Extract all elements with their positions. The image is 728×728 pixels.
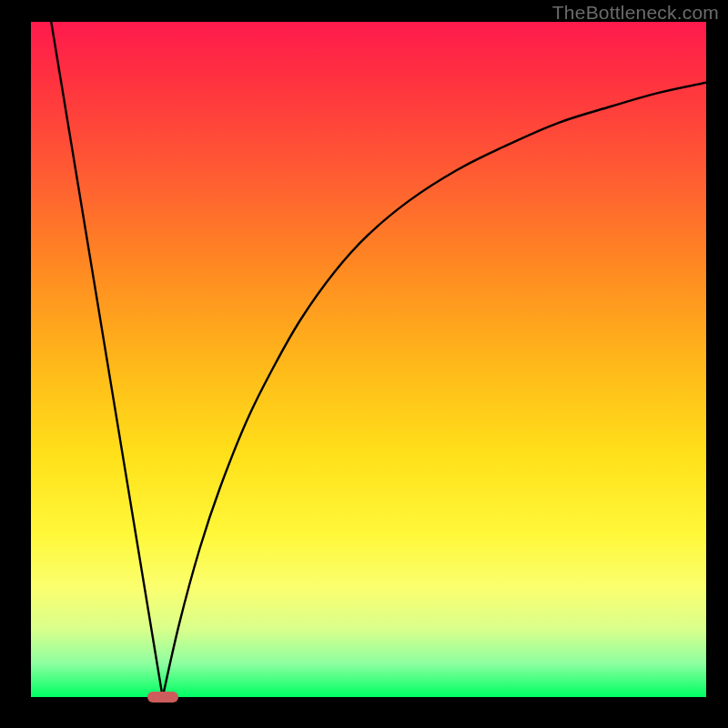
- curve-right-branch: [163, 83, 706, 697]
- plot-area: [31, 22, 706, 697]
- curve-svg: [31, 22, 706, 697]
- chart-frame: TheBottleneck.com: [0, 0, 728, 728]
- bottleneck-marker: [147, 692, 178, 703]
- watermark-text: TheBottleneck.com: [552, 2, 719, 24]
- curve-left-branch: [51, 22, 162, 697]
